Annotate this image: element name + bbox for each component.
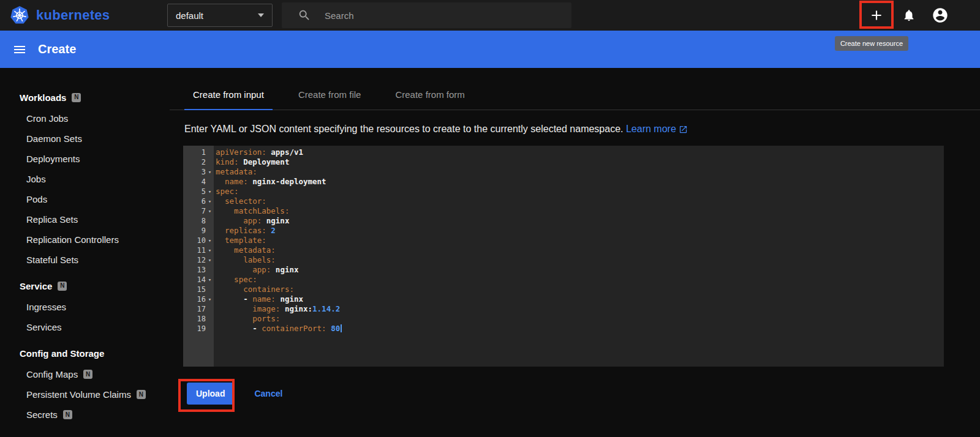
line-number-text: 6 bbox=[202, 196, 206, 206]
code-line: labels: bbox=[216, 255, 944, 265]
line-number-text: 1 bbox=[202, 148, 206, 157]
line-number: 15 bbox=[183, 285, 214, 294]
search-bar[interactable] bbox=[282, 2, 571, 28]
cancel-button[interactable]: Cancel bbox=[254, 389, 282, 398]
description: Enter YAML or JSON content specifying th… bbox=[184, 124, 980, 135]
sidebar-item-secrets[interactable]: SecretsN bbox=[0, 405, 170, 425]
namespace-selector[interactable]: default bbox=[167, 4, 273, 27]
sidebar-item-jobs[interactable]: Jobs bbox=[0, 169, 170, 189]
fold-spacer bbox=[206, 148, 214, 157]
code-line: kind: Deployment bbox=[216, 157, 944, 167]
line-number-text: 3 bbox=[202, 167, 206, 177]
sidebar-item-replica-sets[interactable]: Replica Sets bbox=[0, 209, 170, 230]
yaml-editor[interactable]: 123▾45▾6▾7▾8910▾11▾12▾1314▾1516▾171819 a… bbox=[183, 146, 944, 367]
sidebar-item-deployments[interactable]: Deployments bbox=[0, 149, 170, 169]
sidebar-section-service: ServiceN bbox=[0, 275, 170, 297]
editor-code[interactable]: apiVersion: apps/v1kind: Deploymentmetad… bbox=[214, 146, 944, 367]
sidebar-item-label: Config Maps bbox=[26, 369, 78, 379]
code-line: ports: bbox=[216, 314, 944, 324]
sidebar-item-label: Deployments bbox=[26, 154, 80, 164]
fold-spacer bbox=[206, 226, 214, 236]
line-number: 2 bbox=[183, 157, 214, 167]
sidebar-item-services[interactable]: Services bbox=[0, 317, 170, 337]
sidebar-item-label: Cron Jobs bbox=[26, 113, 68, 124]
code-line: - containerPort: 80 bbox=[216, 324, 944, 334]
menu-button[interactable] bbox=[11, 41, 28, 58]
line-number-text: 19 bbox=[197, 324, 206, 334]
sidebar-item-label: Persistent Volume Claims bbox=[26, 389, 131, 400]
account-button[interactable] bbox=[928, 3, 952, 28]
sidebar-item-daemon-sets[interactable]: Daemon Sets bbox=[0, 129, 170, 149]
line-number-text: 17 bbox=[197, 304, 206, 314]
page-title: Create bbox=[38, 42, 76, 56]
fold-caret-icon[interactable]: ▾ bbox=[206, 167, 214, 177]
fold-caret-icon[interactable]: ▾ bbox=[206, 206, 214, 216]
line-number: 5▾ bbox=[183, 187, 214, 196]
sidebar-item-cron-jobs[interactable]: Cron Jobs bbox=[0, 108, 170, 129]
fold-spacer bbox=[206, 285, 214, 294]
tab-create-from-file[interactable]: Create from file bbox=[290, 80, 370, 110]
line-number-text: 14 bbox=[197, 275, 206, 285]
text-cursor bbox=[341, 324, 342, 332]
fold-caret-icon[interactable]: ▾ bbox=[206, 275, 214, 285]
line-number-text: 12 bbox=[197, 255, 206, 265]
sidebar-item-label: Replica Sets bbox=[26, 214, 78, 225]
sidebar-item-label: Pods bbox=[26, 194, 47, 204]
code-line: template: bbox=[216, 236, 944, 245]
code-line: apiVersion: apps/v1 bbox=[216, 148, 944, 157]
sidebar-section-label: Workloads bbox=[20, 92, 66, 103]
create-new-resource-button[interactable] bbox=[864, 3, 889, 28]
external-link-icon bbox=[679, 125, 688, 134]
topbar: kubernetes default bbox=[0, 0, 980, 31]
brand[interactable]: kubernetes bbox=[10, 0, 110, 31]
line-number-text: 13 bbox=[197, 265, 206, 275]
sidebar-section-workloads: WorkloadsN bbox=[0, 86, 170, 108]
notifications-button[interactable] bbox=[897, 3, 921, 28]
code-line: metadata: bbox=[216, 167, 944, 177]
learn-more-link[interactable]: Learn more bbox=[626, 124, 688, 135]
code-line: spec: bbox=[216, 187, 944, 196]
fold-spacer bbox=[206, 265, 214, 275]
fold-spacer bbox=[206, 216, 214, 226]
sidebar-item-label: Stateful Sets bbox=[26, 255, 78, 265]
code-line: image: nginx:1.14.2 bbox=[216, 304, 944, 314]
line-number: 10▾ bbox=[183, 236, 214, 245]
namespaced-badge: N bbox=[72, 93, 81, 102]
fold-caret-icon[interactable]: ▾ bbox=[206, 187, 214, 196]
kubernetes-logo-icon bbox=[10, 6, 29, 25]
fold-spacer bbox=[206, 177, 214, 187]
line-number-text: 9 bbox=[202, 226, 206, 236]
sidebar-item-pods[interactable]: Pods bbox=[0, 189, 170, 209]
editor-gutter: 123▾45▾6▾7▾8910▾11▾12▾1314▾1516▾171819 bbox=[183, 146, 214, 367]
line-number-text: 7 bbox=[202, 206, 206, 216]
line-number: 8 bbox=[183, 216, 214, 226]
sidebar-item-stateful-sets[interactable]: Stateful Sets bbox=[0, 250, 170, 270]
line-number: 16▾ bbox=[183, 294, 214, 304]
line-number: 7▾ bbox=[183, 206, 214, 216]
line-number: 19 bbox=[183, 324, 214, 334]
fold-caret-icon[interactable]: ▾ bbox=[206, 255, 214, 265]
namespaced-badge: N bbox=[137, 390, 146, 399]
line-number-text: 8 bbox=[202, 216, 206, 226]
fold-caret-icon[interactable]: ▾ bbox=[206, 245, 214, 255]
search-input[interactable] bbox=[323, 10, 563, 21]
description-text: Enter YAML or JSON content specifying th… bbox=[184, 124, 624, 134]
hamburger-icon bbox=[12, 42, 27, 57]
tab-create-from-input[interactable]: Create from input bbox=[184, 80, 273, 110]
namespaced-badge: N bbox=[63, 410, 72, 419]
line-number: 17 bbox=[183, 304, 214, 314]
fold-caret-icon[interactable]: ▾ bbox=[206, 196, 214, 206]
tab-create-from-form[interactable]: Create from form bbox=[386, 80, 473, 110]
line-number: 9 bbox=[183, 226, 214, 236]
line-number-text: 16 bbox=[197, 294, 206, 304]
sidebar-item-replication-controllers[interactable]: Replication Controllers bbox=[0, 230, 170, 250]
sidebar-item-persistent-volume-claims[interactable]: Persistent Volume ClaimsN bbox=[0, 384, 170, 405]
fold-caret-icon[interactable]: ▾ bbox=[206, 236, 214, 245]
sidebar-item-ingresses[interactable]: Ingresses bbox=[0, 297, 170, 317]
line-number: 18 bbox=[183, 314, 214, 324]
upload-button[interactable]: Upload bbox=[187, 383, 234, 405]
sidebar-item-config-maps[interactable]: Config MapsN bbox=[0, 364, 170, 384]
namespaced-badge: N bbox=[58, 282, 67, 291]
fold-caret-icon[interactable]: ▾ bbox=[206, 294, 214, 304]
line-number-text: 18 bbox=[197, 314, 206, 324]
